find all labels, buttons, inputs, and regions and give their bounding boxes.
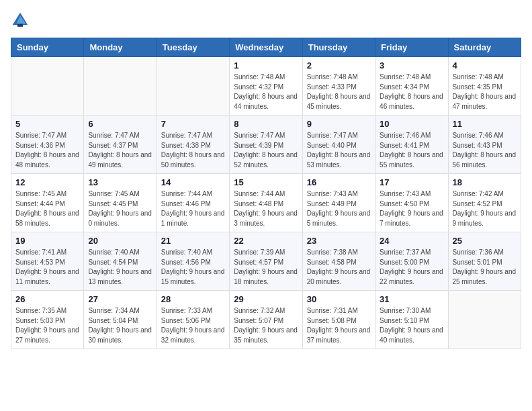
logo-icon: [11, 11, 30, 30]
day-info: Sunrise: 7:47 AM Sunset: 4:38 PM Dayligh…: [161, 131, 225, 170]
day-info: Sunrise: 7:36 AM Sunset: 5:01 PM Dayligh…: [453, 248, 517, 287]
day-info: Sunrise: 7:46 AM Sunset: 4:43 PM Dayligh…: [453, 131, 517, 170]
day-info: Sunrise: 7:48 AM Sunset: 4:33 PM Dayligh…: [307, 73, 371, 111]
day-number: 9: [307, 119, 371, 129]
day-info: Sunrise: 7:40 AM Sunset: 4:54 PM Dayligh…: [88, 248, 152, 287]
day-info: Sunrise: 7:47 AM Sunset: 4:40 PM Dayligh…: [307, 131, 371, 170]
page-header: [11, 11, 521, 30]
day-info: Sunrise: 7:43 AM Sunset: 4:50 PM Dayligh…: [380, 189, 443, 228]
day-info: Sunrise: 7:43 AM Sunset: 4:49 PM Dayligh…: [307, 189, 371, 228]
calendar-cell: 29Sunrise: 7:32 AM Sunset: 5:07 PM Dayli…: [230, 291, 302, 349]
weekday-header-row: SundayMondayTuesdayWednesdayThursdayFrid…: [11, 38, 521, 57]
day-info: Sunrise: 7:34 AM Sunset: 5:04 PM Dayligh…: [88, 306, 152, 345]
calendar-cell: 30Sunrise: 7:31 AM Sunset: 5:08 PM Dayli…: [302, 291, 375, 349]
day-info: Sunrise: 7:44 AM Sunset: 4:46 PM Dayligh…: [161, 189, 225, 228]
day-number: 1: [234, 60, 298, 71]
day-number: 24: [380, 236, 443, 246]
weekday-header-sunday: Sunday: [11, 38, 84, 57]
calendar-cell: 9Sunrise: 7:47 AM Sunset: 4:40 PM Daylig…: [302, 116, 375, 174]
day-info: Sunrise: 7:46 AM Sunset: 4:41 PM Dayligh…: [380, 131, 443, 170]
calendar-cell: 10Sunrise: 7:46 AM Sunset: 4:41 PM Dayli…: [375, 116, 448, 174]
day-number: 26: [15, 294, 79, 304]
day-number: 28: [161, 294, 225, 304]
calendar-cell: 3Sunrise: 7:48 AM Sunset: 4:34 PM Daylig…: [375, 57, 448, 116]
calendar-cell: 13Sunrise: 7:45 AM Sunset: 4:45 PM Dayli…: [84, 174, 157, 232]
calendar-cell: 11Sunrise: 7:46 AM Sunset: 4:43 PM Dayli…: [448, 116, 521, 174]
calendar-cell: 26Sunrise: 7:35 AM Sunset: 5:03 PM Dayli…: [11, 291, 84, 349]
day-number: 23: [307, 236, 371, 246]
week-row-5: 26Sunrise: 7:35 AM Sunset: 5:03 PM Dayli…: [11, 291, 521, 349]
week-row-3: 12Sunrise: 7:45 AM Sunset: 4:44 PM Dayli…: [11, 174, 521, 232]
calendar-cell: 31Sunrise: 7:30 AM Sunset: 5:10 PM Dayli…: [375, 291, 448, 349]
day-number: 4: [453, 60, 517, 71]
day-number: 25: [453, 236, 517, 246]
day-info: Sunrise: 7:38 AM Sunset: 4:58 PM Dayligh…: [307, 248, 371, 287]
day-info: Sunrise: 7:30 AM Sunset: 5:10 PM Dayligh…: [380, 306, 443, 345]
day-info: Sunrise: 7:32 AM Sunset: 5:07 PM Dayligh…: [234, 306, 298, 345]
day-number: 2: [307, 60, 371, 71]
calendar-cell: 20Sunrise: 7:40 AM Sunset: 4:54 PM Dayli…: [84, 232, 157, 291]
weekday-header-wednesday: Wednesday: [230, 38, 302, 57]
day-info: Sunrise: 7:31 AM Sunset: 5:08 PM Dayligh…: [307, 306, 371, 345]
week-row-2: 5Sunrise: 7:47 AM Sunset: 4:36 PM Daylig…: [11, 116, 521, 174]
day-number: 21: [161, 236, 225, 246]
calendar-cell: 5Sunrise: 7:47 AM Sunset: 4:36 PM Daylig…: [11, 116, 84, 174]
calendar-cell: 14Sunrise: 7:44 AM Sunset: 4:46 PM Dayli…: [157, 174, 229, 232]
day-number: 22: [234, 236, 298, 246]
day-info: Sunrise: 7:35 AM Sunset: 5:03 PM Dayligh…: [15, 306, 79, 345]
day-number: 12: [15, 177, 79, 187]
day-info: Sunrise: 7:33 AM Sunset: 5:06 PM Dayligh…: [161, 306, 225, 345]
weekday-header-thursday: Thursday: [302, 38, 375, 57]
calendar-cell: 6Sunrise: 7:47 AM Sunset: 4:37 PM Daylig…: [84, 116, 157, 174]
calendar-cell: 25Sunrise: 7:36 AM Sunset: 5:01 PM Dayli…: [448, 232, 521, 291]
calendar-cell: [448, 291, 521, 349]
day-info: Sunrise: 7:48 AM Sunset: 4:35 PM Dayligh…: [453, 73, 517, 111]
day-info: Sunrise: 7:47 AM Sunset: 4:39 PM Dayligh…: [234, 131, 298, 170]
day-info: Sunrise: 7:37 AM Sunset: 5:00 PM Dayligh…: [380, 248, 443, 287]
day-info: Sunrise: 7:42 AM Sunset: 4:52 PM Dayligh…: [453, 189, 517, 228]
calendar-cell: 8Sunrise: 7:47 AM Sunset: 4:39 PM Daylig…: [230, 116, 302, 174]
week-row-1: 1Sunrise: 7:48 AM Sunset: 4:32 PM Daylig…: [11, 57, 521, 116]
calendar-cell: 7Sunrise: 7:47 AM Sunset: 4:38 PM Daylig…: [157, 116, 229, 174]
day-number: 31: [380, 294, 443, 304]
calendar-cell: 19Sunrise: 7:41 AM Sunset: 4:53 PM Dayli…: [11, 232, 84, 291]
day-number: 29: [234, 294, 298, 304]
day-info: Sunrise: 7:47 AM Sunset: 4:36 PM Dayligh…: [15, 131, 79, 170]
calendar-cell: 23Sunrise: 7:38 AM Sunset: 4:58 PM Dayli…: [302, 232, 375, 291]
day-number: 15: [234, 177, 298, 187]
calendar-cell: 18Sunrise: 7:42 AM Sunset: 4:52 PM Dayli…: [448, 174, 521, 232]
calendar-cell: 24Sunrise: 7:37 AM Sunset: 5:00 PM Dayli…: [375, 232, 448, 291]
weekday-header-monday: Monday: [84, 38, 157, 57]
day-number: 6: [88, 119, 152, 129]
calendar-cell: 12Sunrise: 7:45 AM Sunset: 4:44 PM Dayli…: [11, 174, 84, 232]
day-info: Sunrise: 7:47 AM Sunset: 4:37 PM Dayligh…: [88, 131, 152, 170]
calendar-cell: 4Sunrise: 7:48 AM Sunset: 4:35 PM Daylig…: [448, 57, 521, 116]
day-number: 3: [380, 60, 443, 71]
calendar-cell: 22Sunrise: 7:39 AM Sunset: 4:57 PM Dayli…: [230, 232, 302, 291]
day-number: 7: [161, 119, 225, 129]
day-number: 17: [380, 177, 443, 187]
day-number: 11: [453, 119, 517, 129]
svg-rect-2: [17, 24, 23, 27]
day-info: Sunrise: 7:40 AM Sunset: 4:56 PM Dayligh…: [161, 248, 225, 287]
weekday-header-friday: Friday: [375, 38, 448, 57]
calendar-cell: [84, 57, 157, 116]
calendar-cell: 2Sunrise: 7:48 AM Sunset: 4:33 PM Daylig…: [302, 57, 375, 116]
calendar-cell: [11, 57, 84, 116]
day-number: 10: [380, 119, 443, 129]
day-number: 18: [453, 177, 517, 187]
day-number: 13: [88, 177, 152, 187]
calendar-cell: 1Sunrise: 7:48 AM Sunset: 4:32 PM Daylig…: [230, 57, 302, 116]
day-number: 27: [88, 294, 152, 304]
day-info: Sunrise: 7:44 AM Sunset: 4:48 PM Dayligh…: [234, 189, 298, 228]
calendar-cell: 27Sunrise: 7:34 AM Sunset: 5:04 PM Dayli…: [84, 291, 157, 349]
calendar-cell: 28Sunrise: 7:33 AM Sunset: 5:06 PM Dayli…: [157, 291, 229, 349]
day-number: 8: [234, 119, 298, 129]
weekday-header-saturday: Saturday: [448, 38, 521, 57]
day-info: Sunrise: 7:45 AM Sunset: 4:44 PM Dayligh…: [15, 189, 79, 228]
day-info: Sunrise: 7:39 AM Sunset: 4:57 PM Dayligh…: [234, 248, 298, 287]
day-number: 16: [307, 177, 371, 187]
calendar-cell: 17Sunrise: 7:43 AM Sunset: 4:50 PM Dayli…: [375, 174, 448, 232]
day-info: Sunrise: 7:45 AM Sunset: 4:45 PM Dayligh…: [88, 189, 152, 228]
calendar-cell: [157, 57, 229, 116]
